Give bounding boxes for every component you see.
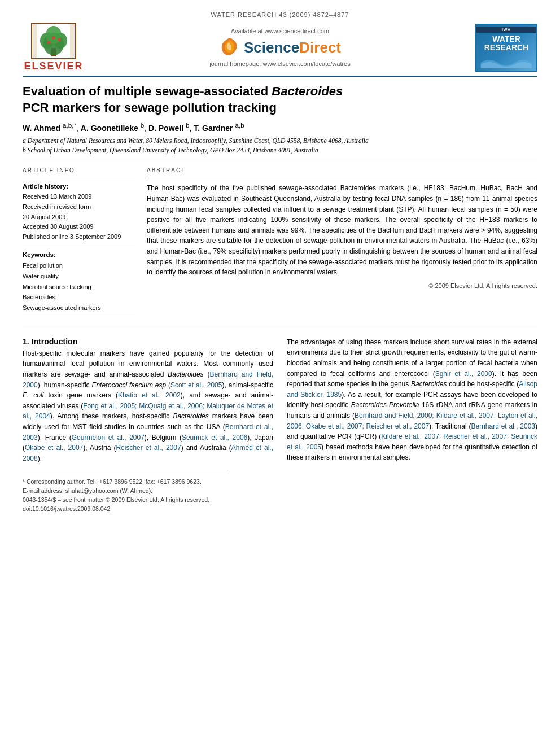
journal-header: WATER RESEARCH 43 (2009) 4872–4877 xyxy=(23,11,537,18)
logos-row: ELSEVIER Available at www.sciencedirect.… xyxy=(23,23,537,72)
elsevier-tree-icon xyxy=(31,23,76,59)
footnote-divider xyxy=(23,474,229,474)
info-divider-mid xyxy=(23,244,135,244)
center-logo: Available at www.sciencedirect.com Scien… xyxy=(85,28,475,67)
svg-point-7 xyxy=(52,36,55,40)
body-divider xyxy=(23,329,537,329)
info-divider-top xyxy=(23,178,135,178)
elsevier-text: ELSEVIER xyxy=(24,60,83,72)
abstract-col: ABSTRACT The host specificity of the fiv… xyxy=(147,167,537,320)
affiliation-b: b School of Urban Development, Queenslan… xyxy=(23,146,537,155)
keywords-label: Keywords: xyxy=(23,251,135,258)
published-date: Published online 3 September 2009 xyxy=(23,232,135,242)
affil-divider xyxy=(23,161,537,161)
info-divider-bot xyxy=(23,316,135,316)
accepted-date: Accepted 30 August 2009 xyxy=(23,222,135,232)
body-right-col: The advantages of using these markers in… xyxy=(287,337,537,468)
footnote-corresponding: * Corresponding author. Tel.: +617 3896 … xyxy=(23,478,537,487)
journal-homepage: journal homepage: www.elsevier.com/locat… xyxy=(209,60,350,67)
svg-rect-9 xyxy=(33,24,37,58)
received-date-1: Received 13 March 2009 xyxy=(23,192,135,202)
info-abstract-section: ARTICLE INFO Article history: Received 1… xyxy=(23,167,537,320)
header-divider xyxy=(23,76,537,77)
body-section: 1. Introduction Host-specific molecular … xyxy=(23,337,537,468)
revised-date: 20 August 2009 xyxy=(23,212,135,222)
wr-wave-icon xyxy=(479,54,533,68)
sd-leaf-icon xyxy=(219,37,240,58)
keyword-5: Sewage-associated markers xyxy=(23,303,135,313)
body-left-col: 1. Introduction Host-specific molecular … xyxy=(23,337,273,468)
wr-main-label: WATERRESEARCH xyxy=(484,35,529,53)
affiliations: a Department of Natural Resources and Wa… xyxy=(23,136,537,156)
abstract-label: ABSTRACT xyxy=(147,167,537,173)
available-text: Available at www.sciencedirect.com xyxy=(231,28,329,34)
affiliation-a: a Department of Natural Resources and Wa… xyxy=(23,136,537,146)
svg-point-6 xyxy=(58,38,61,41)
keyword-4: Bacteroides xyxy=(23,292,135,303)
footnote-issn: 0043-1354/$ – see front matter © 2009 El… xyxy=(23,496,537,505)
footnote-email: E-mail address: shuhat@yahoo.com (W. Ahm… xyxy=(23,487,537,496)
abstract-divider xyxy=(147,178,537,178)
elsevier-logo: ELSEVIER xyxy=(23,23,85,72)
authors-line: W. Ahmed a,b,*, A. Goonetilleke b, D. Po… xyxy=(23,121,537,133)
article-info-col: ARTICLE INFO Article history: Received 1… xyxy=(23,167,135,320)
article-history-heading: Article history: xyxy=(23,183,135,190)
copyright-line: © 2009 Elsevier Ltd. All rights reserved… xyxy=(147,282,537,289)
sciencedirect-text: ScienceDirect xyxy=(244,39,341,56)
footnote-doi: doi:10.1016/j.watres.2009.08.042 xyxy=(23,505,537,514)
svg-point-5 xyxy=(47,41,51,44)
sciencedirect-logo: ScienceDirect xyxy=(219,37,341,58)
section-1-right-text: The advantages of using these markers in… xyxy=(287,337,537,463)
abstract-text: The host specificity of the five publish… xyxy=(147,183,537,277)
keyword-3: Microbial source tracking xyxy=(23,282,135,292)
wr-top-label: IWA xyxy=(476,27,536,33)
svg-rect-10 xyxy=(70,24,75,58)
keyword-2: Water quality xyxy=(23,271,135,282)
water-research-logo: IWA WATERRESEARCH xyxy=(475,24,537,72)
section-1-heading: 1. Introduction xyxy=(23,337,273,346)
received-revised-label: Received in revised form xyxy=(23,202,135,212)
keyword-1: Fecal pollution xyxy=(23,260,135,271)
section-1-left-text: Host-specific molecular markers have gai… xyxy=(23,348,273,464)
article-info-label: ARTICLE INFO xyxy=(23,167,135,173)
article-title: Evaluation of multiple sewage-associated… xyxy=(23,84,537,116)
